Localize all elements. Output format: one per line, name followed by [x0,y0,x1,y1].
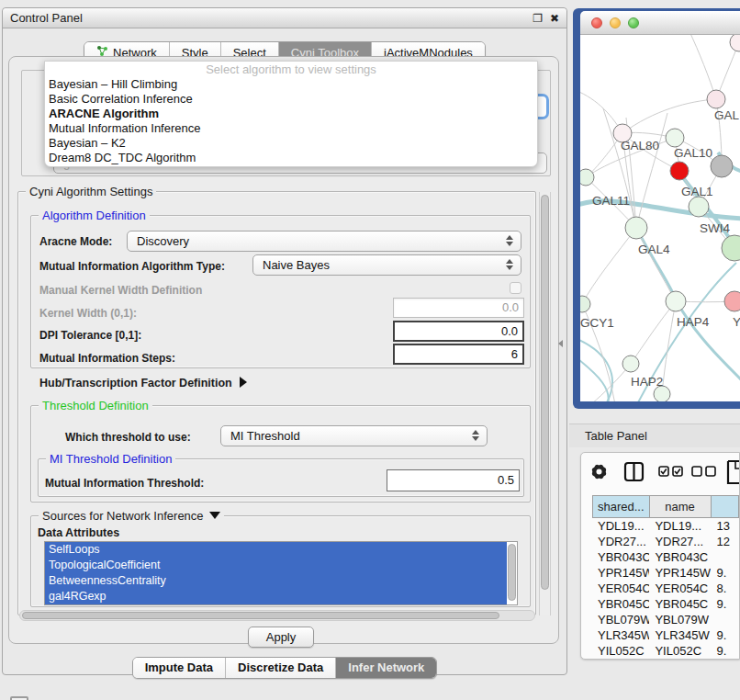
cyni-algorithm-settings-title: Cyni Algorithm Settings [26,185,156,198]
aracne-mode-label: Aracne Mode: [39,235,112,248]
table-cell[interactable]: YPR145W [592,565,649,581]
mi-steps-field[interactable]: 6 [393,344,524,365]
column-layout-icon[interactable] [625,463,643,480]
network-node-hap2[interactable] [622,356,639,372]
table-row[interactable]: YDR27...YDR27...12 [592,534,739,549]
stepper-arrows-icon [506,259,513,270]
network-node-gal1[interactable] [689,197,709,217]
tab-infer-network[interactable]: Infer Network [335,658,436,678]
zoom-button[interactable] [628,17,639,28]
table-cell[interactable]: YDL19... [649,518,711,534]
select-all-columns-icon[interactable] [659,467,682,476]
table-row[interactable]: YIL052CYIL052C9. [592,643,739,659]
minimize-button[interactable] [610,17,621,28]
new-table-icon[interactable] [728,461,740,483]
table-cell[interactable]: 9. [711,565,739,581]
table-cell[interactable]: YIL052C [649,643,711,659]
mi-threshold-field[interactable]: 0.5 [387,469,520,491]
floating-panel-icon[interactable] [10,696,28,700]
attribute-item-topologicalcoefficient[interactable]: TopologicalCoefficient [45,558,507,573]
table-cell[interactable]: YLR345W [592,627,649,643]
table-cell[interactable] [711,549,739,565]
table-cell[interactable]: 8. [711,581,739,596]
table-row[interactable]: YDL19...YDL19...13 [592,518,739,534]
mi-algorithm-type-combo[interactable]: Naive Bayes [252,254,521,276]
network-node-gal10[interactable] [666,129,684,147]
network-node-gal4[interactable] [625,217,647,239]
table-cell[interactable]: YPR145W [649,565,711,581]
close-button[interactable] [591,17,602,28]
splitter-collapse-icon[interactable] [558,340,563,347]
table-cell[interactable]: 9. [711,643,739,659]
table-cell[interactable]: YBL079W [649,612,711,627]
settings-vertical-scrollbar [539,192,551,615]
algorithm-option-aracne-algorithm[interactable]: ARACNE Algorithm [45,107,537,121]
table-cell[interactable]: 9. [711,596,739,612]
table-row[interactable]: YLR345WYLR345W9. [592,627,739,643]
column-header-shared[interactable]: shared... [592,495,650,518]
table-cell[interactable]: YBR045C [592,596,649,612]
table-row[interactable]: YPR145WYPR145W9. [592,565,739,581]
table-row[interactable]: YER054CYER054C8. [592,581,739,596]
algorithm-option-bayesian-hill-climbing[interactable]: Bayesian – Hill Climbing [45,77,537,92]
attribute-item-betweennesscentrality[interactable]: BetweennessCentrality [45,573,507,589]
table-cell[interactable]: YDL19... [592,518,649,534]
table-cell[interactable]: YER054C [592,581,649,596]
table-cell[interactable]: 9. [711,627,739,643]
which-threshold-combo[interactable]: MI Threshold [220,425,488,446]
hub-definition-toggle[interactable]: Hub/Transcription Factor Definition [39,377,247,390]
algorithm-option-basic-correlation-inference[interactable]: Basic Correlation Inference [45,92,537,107]
table-row[interactable]: YBR045CYBR045C9. [592,596,739,612]
algorithm-option-mutual-information-inference[interactable]: Mutual Information Inference [45,121,537,136]
node-label-gcy1: GCY1 [580,316,614,330]
table-cell[interactable]: YBR045C [649,596,711,612]
manual-kernel-width-checkbox[interactable] [510,282,521,294]
close-window-icon[interactable]: ✖ [550,11,559,26]
attributes-scrollbar-thumb[interactable] [508,544,516,601]
kernel-width-field[interactable]: 0.0 [393,298,524,318]
table-row[interactable]: YBR043CYBR043C [592,549,739,565]
table-cell[interactable]: YBR043C [592,549,649,565]
settings-horizontal-scrollbar-thumb[interactable] [22,612,499,619]
algorithm-option-bayesian-k2[interactable]: Bayesian – K2 [45,136,537,151]
tab-impute-data[interactable]: Impute Data [133,658,225,678]
gear-icon[interactable] [591,464,607,480]
table-cell[interactable]: YBL079W [592,612,649,627]
network-node[interactable] [711,155,733,177]
float-window-icon[interactable]: ❐ [533,11,543,26]
attribute-item-selfloops[interactable]: SelfLoops [45,542,507,558]
column-header-name[interactable]: name [650,495,712,518]
table-cell[interactable]: YDR27... [649,534,711,549]
network-node-gal[interactable] [707,90,725,108]
table-cell[interactable] [711,612,739,627]
network-node[interactable] [730,35,740,51]
column-header-2[interactable] [712,495,739,518]
table-cell[interactable]: YLR345W [649,627,711,643]
network-node-swi4[interactable] [722,235,740,261]
dpi-tolerance-field[interactable]: 0.0 [393,321,524,342]
network-canvas[interactable]: GALGAL80GAL10GAL1GAL11GAL4SWI4HAP4YGCY1H… [580,35,740,401]
apply-button[interactable]: Apply [248,627,314,648]
settings-vertical-scrollbar-thumb[interactable] [541,195,549,590]
network-node-y[interactable] [724,291,740,311]
table-cell[interactable]: YBR043C [649,549,711,565]
table-cell[interactable]: 12 [711,534,739,549]
tab-discretize-data[interactable]: Discretize Data [225,658,335,678]
collapse-down-icon [209,512,220,519]
sources-group-toggle[interactable]: Sources for Network Inference [39,509,224,523]
deselect-all-columns-icon[interactable] [692,467,715,476]
network-node-gcy1[interactable] [580,296,590,312]
table-cell[interactable]: YDR27... [592,534,649,549]
mi-algorithm-type-label: Mutual Information Algorithm Type: [39,260,225,273]
table-row[interactable]: YBL079WYBL079W [592,612,739,627]
table-cell[interactable]: 13 [711,518,739,534]
network-node-gal11[interactable] [580,169,594,186]
algorithm-option-dream8-dc-tdc-algorithm[interactable]: Dream8 DC_TDC Algorithm [45,151,537,165]
table-cell[interactable]: YIL052C [592,643,649,659]
table-cell[interactable]: YER054C [649,581,711,596]
attribute-item-gal4rgexp[interactable]: gal4RGexp [45,589,507,604]
aracne-mode-combo[interactable]: Discovery [127,231,521,252]
network-node-hap4[interactable] [666,291,686,311]
algorithm-dropdown-prompt[interactable]: Select algorithm to view settings [45,62,537,77]
network-node[interactable] [670,162,689,180]
